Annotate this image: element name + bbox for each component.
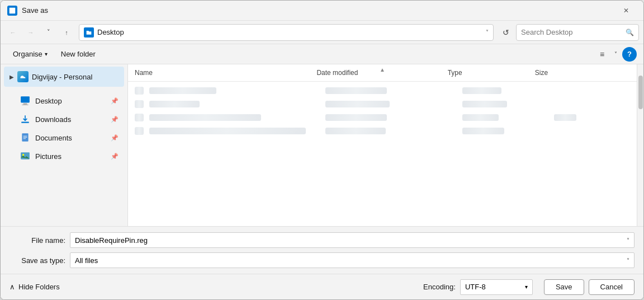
up-button[interactable]: ↑ bbox=[59, 25, 74, 40]
title-bar: Save as ✕ bbox=[1, 1, 643, 21]
svg-rect-3 bbox=[22, 105, 28, 105]
file-name-input[interactable]: DisableRequirePin.reg ˅ bbox=[70, 232, 634, 248]
help-button[interactable]: ? bbox=[622, 47, 637, 62]
main-content: ▶ Digvijay - Personal Desktop bbox=[1, 64, 643, 226]
downloads-icon bbox=[20, 114, 31, 125]
organise-label: Organise bbox=[13, 50, 42, 58]
sidebar-header[interactable]: ▶ Digvijay - Personal bbox=[4, 67, 124, 87]
cancel-button[interactable]: Cancel bbox=[589, 279, 634, 295]
dialog-title: Save as bbox=[22, 6, 613, 15]
hide-folders-button[interactable]: ∧ Hide Folders bbox=[10, 283, 60, 291]
hide-folders-arrow: ∧ bbox=[10, 283, 15, 291]
sidebar-item-documents-label: Documents bbox=[35, 134, 111, 142]
nav-bar: ← → ˅ ↑ Desktop ˅ ↺ 🔍 bbox=[1, 21, 643, 44]
col-header-type[interactable]: Type bbox=[448, 67, 535, 79]
svg-rect-4 bbox=[21, 122, 29, 123]
bottom-form: File name: DisableRequirePin.reg ˅ Save … bbox=[1, 226, 643, 274]
table-row[interactable] bbox=[128, 111, 637, 124]
file-name-label: File name: bbox=[10, 236, 65, 245]
expand-button[interactable]: ˅ bbox=[41, 25, 56, 40]
new-folder-button[interactable]: New folder bbox=[55, 47, 101, 62]
address-dropdown-arrow[interactable]: ˅ bbox=[486, 29, 489, 35]
file-name-value: DisableRequirePin.reg bbox=[75, 236, 148, 245]
svg-rect-8 bbox=[23, 138, 26, 139]
sidebar-item-downloads[interactable]: Downloads 📌 bbox=[4, 110, 124, 128]
encoding-value: UTF-8 bbox=[465, 283, 486, 291]
pictures-icon bbox=[20, 151, 31, 162]
sidebar-header-label: Digvijay - Personal bbox=[32, 73, 92, 81]
save-as-type-row: Save as type: All files ˅ bbox=[10, 252, 634, 268]
hide-folders-label: Hide Folders bbox=[18, 283, 60, 291]
file-name-dropdown-icon: ˅ bbox=[627, 237, 629, 243]
svg-rect-0 bbox=[10, 7, 16, 13]
sidebar-items: Desktop 📌 Downloads 📌 bbox=[1, 89, 127, 168]
sidebar-item-pictures-pin: 📌 bbox=[111, 153, 119, 160]
file-list-header: ▲ Name Date modified Type Size bbox=[128, 64, 637, 82]
file-list bbox=[128, 82, 637, 226]
sidebar-item-documents-pin: 📌 bbox=[111, 134, 119, 142]
search-icon: 🔍 bbox=[626, 29, 634, 36]
save-as-type-dropdown-icon: ˅ bbox=[627, 257, 629, 264]
sidebar-item-desktop-pin: 📌 bbox=[111, 97, 119, 105]
app-icon bbox=[7, 6, 17, 16]
sort-arrow-icon: ▲ bbox=[380, 67, 385, 73]
desktop-icon bbox=[20, 95, 31, 106]
folder-icon bbox=[84, 27, 94, 38]
sidebar-item-pictures[interactable]: Pictures 📌 bbox=[4, 147, 124, 165]
svg-rect-7 bbox=[23, 137, 27, 138]
sidebar-item-pictures-label: Pictures bbox=[35, 152, 111, 161]
sidebar-item-desktop-label: Desktop bbox=[35, 97, 111, 105]
save-as-dialog: Save as ✕ ← → ˅ ↑ Desktop ˅ ↺ 🔍 Organise… bbox=[0, 0, 644, 300]
col-header-size[interactable]: Size bbox=[535, 67, 608, 79]
file-name-row: File name: DisableRequirePin.reg ˅ bbox=[10, 232, 634, 248]
cancel-label: Cancel bbox=[600, 283, 623, 291]
refresh-button[interactable]: ↺ bbox=[498, 25, 514, 40]
view-list-button[interactable]: ≡ bbox=[594, 46, 610, 62]
save-as-type-label: Save as type: bbox=[10, 256, 65, 265]
encoding-label: Encoding: bbox=[423, 283, 456, 291]
svg-rect-6 bbox=[23, 136, 27, 137]
encoding-select[interactable]: UTF-8 ▾ bbox=[460, 279, 533, 295]
documents-icon bbox=[20, 132, 31, 143]
table-row[interactable] bbox=[128, 84, 637, 97]
close-button[interactable]: ✕ bbox=[613, 1, 639, 21]
table-row[interactable] bbox=[128, 124, 637, 138]
organise-button[interactable]: Organise ▾ bbox=[7, 47, 53, 62]
new-folder-label: New folder bbox=[61, 50, 96, 58]
svg-rect-2 bbox=[23, 104, 27, 105]
save-as-type-value: All files bbox=[75, 256, 98, 265]
sidebar-expand-icon: ▶ bbox=[10, 74, 14, 80]
scrollbar[interactable] bbox=[637, 64, 643, 226]
col-header-name[interactable]: Name bbox=[135, 67, 316, 79]
save-as-type-input[interactable]: All files ˅ bbox=[70, 252, 634, 268]
back-button[interactable]: ← bbox=[5, 25, 21, 40]
save-label: Save bbox=[556, 283, 572, 291]
footer: ∧ Hide Folders Encoding: UTF-8 ▾ Save Ca… bbox=[1, 274, 643, 299]
save-button[interactable]: Save bbox=[544, 279, 584, 295]
view-dropdown-button[interactable]: ˅ bbox=[611, 46, 620, 62]
toolbar: Organise ▾ New folder ≡ ˅ ? bbox=[1, 44, 643, 64]
search-input[interactable] bbox=[521, 28, 626, 36]
address-path: Desktop bbox=[97, 28, 486, 36]
sidebar-item-desktop[interactable]: Desktop 📌 bbox=[4, 92, 124, 110]
file-area: ▲ Name Date modified Type Size bbox=[128, 64, 637, 226]
forward-button[interactable]: → bbox=[23, 25, 39, 40]
svg-rect-1 bbox=[21, 96, 30, 102]
onedrive-icon bbox=[17, 71, 29, 82]
encoding-dropdown-icon: ▾ bbox=[525, 284, 528, 290]
address-bar[interactable]: Desktop ˅ bbox=[79, 24, 494, 41]
organise-dropdown-icon: ▾ bbox=[45, 51, 48, 57]
scrollbar-thumb[interactable] bbox=[638, 76, 643, 109]
sidebar: ▶ Digvijay - Personal Desktop bbox=[1, 64, 128, 226]
sidebar-item-downloads-label: Downloads bbox=[35, 115, 111, 124]
table-row[interactable] bbox=[128, 97, 637, 111]
sidebar-item-documents[interactable]: Documents 📌 bbox=[4, 129, 124, 147]
search-box[interactable]: 🔍 bbox=[516, 24, 639, 41]
sidebar-item-downloads-pin: 📌 bbox=[111, 116, 119, 123]
